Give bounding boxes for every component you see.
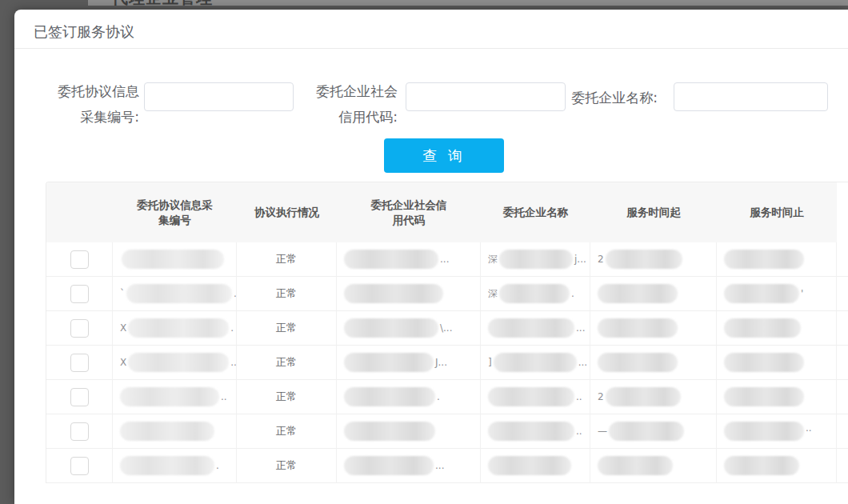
redacted-service-start [598,284,678,303]
status-text: 正常 [276,390,297,404]
redacted-service-start [606,387,681,406]
signed-agreements-panel: 已签订服务协议 委托协议信息 采集编号: 委托企业社会 信用代码: 委托企业名称… [14,10,848,504]
screen: 代理企业管理 已签订服务协议 委托协议信息 采集编号: 委托企业社会 信用代码:… [0,0,848,504]
redacted-company-name [488,422,574,441]
redacted-credit-code [344,353,434,372]
select-column-header [46,182,113,242]
company-name-column-header: 委托企业名称 [481,182,590,242]
redacted-service-start [609,422,684,441]
redacted-company-name [488,387,574,406]
redacted-service-end [724,284,799,303]
redacted-company-name [488,318,574,338]
credit-code-input[interactable] [406,82,566,111]
table-row: .. 正常 . .. 2 [46,380,848,414]
status-text: 正常 [276,355,297,370]
redacted-service-start [598,353,678,372]
row-checkbox[interactable] [70,457,89,475]
table-row: `.. 正常 深. ' [46,277,848,311]
redacted-company-name [499,284,570,303]
redacted-service-start [598,318,678,338]
header-spacer [837,182,848,242]
redacted-company-name [488,456,571,475]
row-checkbox[interactable] [70,422,89,441]
background-page-title: 代理企业管理 [112,0,213,6]
redacted-company-name [499,250,573,269]
redacted-code [128,353,229,372]
redacted-code [120,456,214,475]
redacted-code [122,250,224,269]
redacted-credit-code [344,250,438,269]
table-row: X.. 正常 J... ]... [46,346,848,380]
row-checkbox[interactable] [70,354,89,372]
status-text: 正常 [276,458,297,473]
row-checkbox[interactable] [70,250,89,269]
panel-title-divider [14,48,848,49]
status-text: 正常 [276,286,297,301]
row-checkbox[interactable] [70,285,89,303]
agreement-code-column-header: 委托协议信息采集编号 [113,182,237,242]
status-text: 正常 [276,252,297,266]
status-text: 正常 [276,424,297,438]
redacted-service-end [724,422,804,441]
credit-code-column-header: 委托企业社会信用代码 [337,182,481,242]
redacted-credit-code [344,284,443,303]
redacted-credit-code [344,456,434,475]
redacted-service-end [724,318,801,338]
row-checkbox[interactable] [70,388,89,406]
redacted-company-name [494,353,577,372]
redacted-service-start [598,456,673,475]
row-checkbox[interactable] [70,319,89,338]
status-text: 正常 [276,321,297,335]
agreement-code-input[interactable] [144,82,294,111]
redacted-service-end [724,456,799,475]
panel-title: 已签订服务协议 [34,22,134,42]
redacted-service-start [606,250,682,269]
table-header-row: 委托协议信息采集编号 协议执行情况 委托企业社会信用代码 委托企业名称 服务时间… [46,182,848,242]
redacted-service-end [724,353,804,372]
redacted-credit-code [344,387,435,406]
redacted-code [126,284,232,303]
credit-code-label: 委托企业社会 信用代码: [286,78,398,130]
redacted-credit-code [344,318,438,338]
redacted-code [120,387,219,406]
service-end-column-header: 服务时间止 [717,182,837,242]
query-button[interactable]: 查 询 [384,138,504,173]
status-column-header: 协议执行情况 [237,182,337,242]
redacted-code [128,318,229,338]
company-name-input[interactable] [674,82,828,111]
agreement-code-label: 委托协议信息 采集编号: [27,78,139,130]
table-row: . 正常 ... [46,449,848,483]
agreements-table: 委托协议信息采集编号 协议执行情况 委托企业社会信用代码 委托企业名称 服务时间… [46,182,848,483]
company-name-label: 委托企业名称: [562,85,658,110]
table-row: 正常 ... 深j... 2 [46,242,848,277]
redacted-service-end [724,250,804,269]
table-row: 正常 .. — ·· [46,414,848,449]
redacted-service-end [724,387,804,406]
redacted-credit-code [344,422,435,441]
table-row: X. 正常 \... ... [46,311,848,346]
service-start-column-header: 服务时间起 [590,182,717,242]
redacted-code [120,422,214,441]
background-header: 代理企业管理 [88,0,848,6]
